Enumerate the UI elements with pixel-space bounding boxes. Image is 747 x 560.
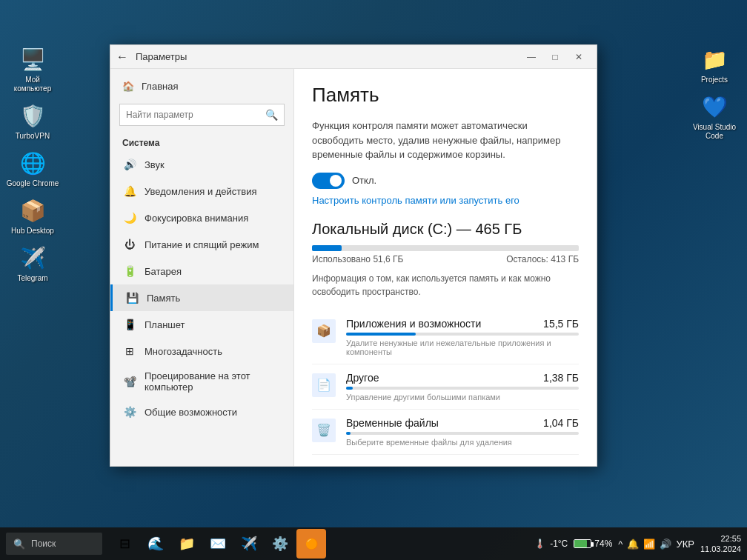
taskbar-icons: ⊟ 🌊 📁 ✉️ ✈️ ⚙️ 🟠	[110, 529, 326, 559]
my-computer-label: Мой компьютер	[6, 76, 59, 93]
sidebar: 🏠 Главная 🔍 Система 🔊 Звук 🔔 Уведомления…	[110, 69, 294, 466]
taskbar-clock[interactable]: 22:55 11.03.2024	[700, 533, 741, 555]
power-label: Питание и спящий режим	[145, 239, 259, 250]
chrome-icon: 🌐	[18, 148, 47, 178]
disk-used-label: Использовано 51,6 ГБ	[312, 254, 403, 264]
sidebar-home[interactable]: 🏠 Главная	[110, 75, 293, 98]
desktop-icons-left: 🖥️ Мой компьютер 🛡️ TurboVPN 🌐 Google Ch…	[6, 44, 59, 283]
disk-bar-container	[312, 245, 579, 251]
sidebar-search-input[interactable]	[120, 107, 259, 123]
disk-bar-fill	[312, 245, 342, 251]
desktop-icon-telegram[interactable]: ✈️ Telegram	[6, 243, 59, 283]
desktop: 🖥️ Мой компьютер 🛡️ TurboVPN 🌐 Google Ch…	[0, 0, 747, 560]
battery-pct-label: 74%	[594, 539, 612, 549]
other-desc: Управление другими большими папками	[346, 393, 579, 401]
date-display: 11.03.2024	[700, 544, 741, 554]
usage-item-other[interactable]: 📄 Другое 1,38 ГБ Управление другими боль…	[312, 364, 579, 410]
taskbar-icon-mail[interactable]: ✉️	[203, 529, 233, 559]
sidebar-item-focus[interactable]: 🌙 Фокусировка внимания	[110, 204, 293, 231]
taskbar-icon-telegram[interactable]: ✈️	[234, 529, 264, 559]
focus-label: Фокусировка внимания	[145, 213, 248, 224]
sidebar-item-power[interactable]: ⏻ Питание и спящий режим	[110, 231, 293, 258]
taskbar-search[interactable]: 🔍 Поиск	[6, 533, 102, 555]
taskbar-icon-explorer[interactable]: 📁	[172, 529, 202, 559]
usage-item-apps[interactable]: 📦 Приложения и возможности 15,5 ГБ Удали…	[312, 310, 579, 364]
sidebar-item-notifications[interactable]: 🔔 Уведомления и действия	[110, 178, 293, 204]
sidebar-item-accessibility[interactable]: ⚙️ Общие возможности	[110, 399, 293, 425]
turbo-vpn-icon: 🛡️	[18, 101, 47, 130]
desktop-icon-chrome[interactable]: 🌐 Google Chrome	[6, 148, 59, 188]
sidebar-item-battery[interactable]: 🔋 Батарея	[110, 258, 293, 284]
configure-link[interactable]: Настроить контроль памяти или запустить …	[312, 195, 579, 206]
desktop-icon-vscode[interactable]: 💙 Visual Studio Code	[688, 92, 741, 141]
vscode-icon: 💙	[700, 92, 729, 121]
apps-name: Приложения и возможности	[346, 318, 481, 330]
volume-icon[interactable]: 🔊	[660, 539, 671, 550]
weather-widget: 🌡️ -1°C	[534, 539, 568, 549]
battery-indicator: 74%	[574, 539, 612, 549]
taskbar-search-text: Поиск	[31, 539, 56, 549]
tablet-label: Планшет	[145, 319, 185, 330]
sidebar-item-tablet[interactable]: 📱 Планшет	[110, 311, 293, 338]
desktop-icon-my-computer[interactable]: 🖥️ Мой компьютер	[6, 44, 59, 93]
sidebar-search-container[interactable]: 🔍	[119, 104, 285, 126]
taskbar-icon-edge[interactable]: 🌊	[141, 529, 170, 559]
lang-label: УКР	[676, 539, 694, 550]
desktop-icon-hub[interactable]: 📦 Hub Desktop	[6, 196, 59, 236]
taskbar-icon-settings[interactable]: ⚙️	[265, 529, 295, 559]
chevron-icon[interactable]: ^	[618, 539, 622, 550]
battery-fill	[574, 540, 586, 547]
temp-icon: 🗑️	[312, 419, 336, 442]
sidebar-item-multitasking[interactable]: ⊞ Многозадачность	[110, 338, 293, 364]
other-header: Другое 1,38 ГБ	[346, 372, 579, 384]
toggle-row: Откл.	[312, 173, 579, 189]
hub-label: Hub Desktop	[11, 227, 54, 236]
focus-icon: 🌙	[122, 212, 137, 224]
desktop-icon-projects[interactable]: 📁 Projects	[688, 44, 741, 84]
home-label: Главная	[142, 81, 178, 92]
sidebar-item-storage[interactable]: 💾 Память	[110, 284, 293, 311]
turbo-vpn-label: TurboVPN	[16, 132, 50, 141]
sidebar-item-projection[interactable]: 📽️ Проецирование на этот компьютер	[110, 364, 293, 399]
taskbar-icon-task-view[interactable]: ⊟	[110, 529, 139, 559]
usage-item-temp[interactable]: 🗑️ Временные файлы 1,04 ГБ Выберите врем…	[312, 410, 579, 455]
notifications-icon: 🔔	[122, 185, 137, 197]
other-bar-fill	[346, 387, 353, 390]
temp-content: Временные файлы 1,04 ГБ Выберите временн…	[346, 417, 579, 447]
taskbar-icon-orange-app[interactable]: 🟠	[296, 529, 326, 559]
disk-free-label: Осталось: 413 ГБ	[506, 254, 579, 264]
back-button[interactable]: ←	[116, 50, 128, 64]
network-icon: 📶	[643, 539, 655, 550]
multitasking-icon: ⊞	[122, 345, 137, 357]
maximize-button[interactable]: □	[543, 47, 567, 67]
home-icon: 🏠	[122, 81, 134, 92]
desktop-icon-turbo-vpn[interactable]: 🛡️ TurboVPN	[6, 101, 59, 141]
other-bar-bg	[346, 387, 579, 390]
vscode-label: Visual Studio Code	[688, 123, 741, 141]
section-description: Функция контроля памяти может автоматиче…	[312, 119, 579, 162]
sidebar-item-sound[interactable]: 🔊 Звук	[110, 151, 293, 178]
hub-icon: 📦	[18, 196, 47, 225]
accessibility-icon: ⚙️	[122, 406, 137, 418]
notifications-icon-tb[interactable]: 🔔	[627, 539, 639, 550]
projection-icon: 📽️	[122, 376, 137, 387]
memory-control-toggle[interactable]	[312, 173, 345, 189]
sound-label: Звук	[145, 159, 165, 170]
notifications-label: Уведомления и действия	[145, 186, 257, 197]
window-controls: — □ ✕	[519, 47, 591, 67]
taskbar-search-icon: 🔍	[13, 539, 25, 550]
temp-name: Временные файлы	[346, 417, 439, 429]
sidebar-section-label: Система	[110, 132, 293, 151]
taskbar-sys-icons: ^ 🔔 📶 🔊 УКР	[618, 539, 694, 550]
apps-desc: Удалите ненужные или нежелательные прило…	[346, 339, 579, 356]
minimize-button[interactable]: —	[519, 47, 543, 67]
temp-bar-bg	[346, 432, 579, 435]
apps-bar-fill	[346, 333, 416, 336]
other-icon: 📄	[312, 373, 336, 397]
apps-header: Приложения и возможности 15,5 ГБ	[346, 318, 579, 330]
battery-label: Батарея	[145, 266, 182, 277]
weather-temp: -1°C	[550, 539, 568, 549]
projects-label: Projects	[701, 76, 728, 84]
disk-section-title: Локальный диск (C:) — 465 ГБ	[312, 221, 579, 238]
close-button[interactable]: ✕	[567, 47, 591, 67]
